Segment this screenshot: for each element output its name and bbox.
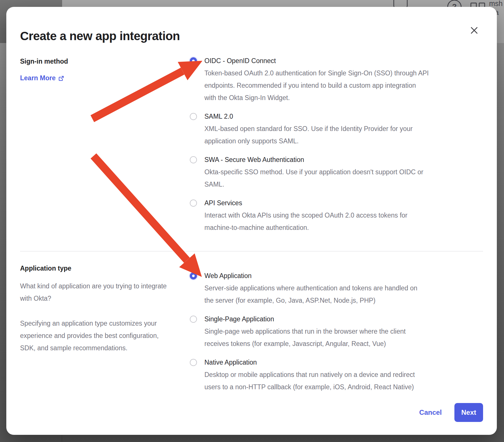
radio-button[interactable] xyxy=(190,156,197,163)
radio-option-label: OIDC - OpenID Connect xyxy=(204,57,429,64)
learn-more-label: Learn More xyxy=(20,74,56,82)
radio-option-oidc-openid-connect[interactable]: OIDC - OpenID Connect Token-based OAuth … xyxy=(190,57,483,104)
radio-option-saml-2-0[interactable]: SAML 2.0 XML-based open standard for SSO… xyxy=(190,113,483,147)
dialog-title: Create a new app integration xyxy=(20,29,483,43)
radio-option-label: API Services xyxy=(204,199,407,207)
radio-option-description: XML-based open standard for SSO. Use if … xyxy=(204,123,413,147)
radio-option-description: Single-page web applications that run in… xyxy=(204,325,406,350)
signin-method-section: Sign-in method Learn More OIDC - OpenID … xyxy=(20,57,483,234)
radio-button[interactable] xyxy=(190,57,197,64)
radio-option-api-services[interactable]: API Services Interact with Okta APIs usi… xyxy=(190,199,483,234)
close-icon[interactable] xyxy=(470,25,482,36)
application-type-description-1: What kind of application are you trying … xyxy=(20,280,190,305)
section-divider xyxy=(20,251,483,251)
application-type-options-group: Web Application Server-side applications… xyxy=(190,264,483,393)
screenshot-stage: ? msh kta Create a new app integration S… xyxy=(0,0,504,442)
application-type-section: Application type What kind of applicatio… xyxy=(20,264,483,393)
learn-more-link[interactable]: Learn More xyxy=(20,74,64,82)
radio-button[interactable] xyxy=(190,272,197,279)
radio-option-description: Server-side applications where authentic… xyxy=(204,282,417,307)
next-button[interactable]: Next xyxy=(454,403,483,422)
radio-button[interactable] xyxy=(190,316,197,323)
external-link-icon xyxy=(58,75,64,81)
dialog-footer: Cancel Next xyxy=(419,403,483,422)
radio-button[interactable] xyxy=(190,359,197,366)
radio-option-web-application[interactable]: Web Application Server-side applications… xyxy=(190,272,483,307)
application-type-heading: Application type xyxy=(20,264,190,273)
radio-button[interactable] xyxy=(190,113,197,120)
radio-option-description: Token-based OAuth 2.0 authentication for… xyxy=(204,67,429,104)
signin-method-heading: Sign-in method xyxy=(20,57,190,66)
radio-option-description: Desktop or mobile applications that run … xyxy=(204,369,415,393)
radio-option-label: Web Application xyxy=(204,272,417,279)
radio-option-swa-secure-web-authentication[interactable]: SWA - Secure Web Authentication Okta-spe… xyxy=(190,156,483,191)
create-app-integration-dialog: Create a new app integration Sign-in met… xyxy=(6,7,497,435)
radio-option-description: Okta-specific SSO method. Use if your ap… xyxy=(204,166,423,191)
radio-option-native-application[interactable]: Native Application Desktop or mobile app… xyxy=(190,359,483,393)
cancel-button[interactable]: Cancel xyxy=(419,408,442,416)
signin-options-group: OIDC - OpenID Connect Token-based OAuth … xyxy=(190,57,483,234)
radio-option-description: Interact with Okta APIs using the scoped… xyxy=(204,209,407,234)
application-type-description-2: Specifying an application type customize… xyxy=(20,317,190,354)
radio-option-label: Native Application xyxy=(204,359,415,366)
radio-option-single-page-application[interactable]: Single-Page Application Single-page web … xyxy=(190,315,483,350)
radio-option-label: SWA - Secure Web Authentication xyxy=(204,156,423,163)
radio-button[interactable] xyxy=(190,200,197,207)
radio-option-label: Single-Page Application xyxy=(204,315,406,323)
radio-option-label: SAML 2.0 xyxy=(204,113,413,120)
